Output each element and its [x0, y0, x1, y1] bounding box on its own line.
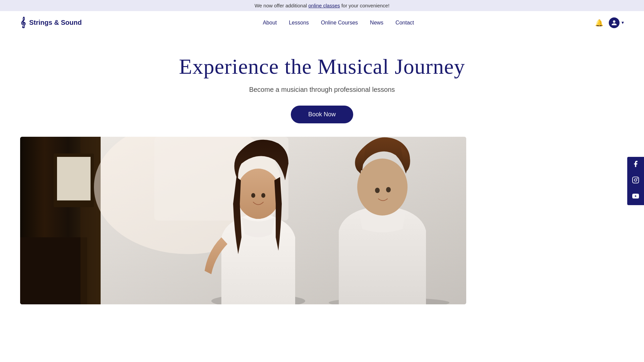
svg-point-20 — [634, 179, 637, 181]
svg-point-11 — [236, 169, 280, 219]
nav-contact[interactable]: Contact — [395, 20, 414, 26]
logo-text: Strings & Sound — [29, 19, 82, 26]
svg-rect-3 — [20, 237, 87, 304]
logo-icon: 𝄞 — [20, 17, 26, 28]
announcement-bar: We now offer additional online classes f… — [0, 0, 644, 11]
instagram-icon[interactable] — [632, 176, 639, 186]
svg-rect-6 — [57, 157, 91, 200]
book-now-button[interactable]: Book Now — [291, 106, 353, 123]
svg-point-18 — [386, 187, 391, 192]
svg-point-12 — [251, 193, 255, 198]
announcement-link[interactable]: online classes — [308, 3, 340, 8]
logo[interactable]: 𝄞 Strings & Sound — [20, 17, 82, 28]
youtube-icon[interactable] — [632, 192, 639, 202]
hero-section: Experience the Musical Journey Become a … — [0, 34, 644, 137]
user-menu-chevron-icon: ▾ — [622, 20, 624, 25]
notification-bell-icon[interactable]: 🔔 — [595, 19, 603, 27]
svg-point-17 — [375, 188, 380, 193]
nav-right: 🔔 ▾ — [595, 17, 624, 28]
facebook-icon[interactable] — [632, 160, 639, 170]
svg-point-16 — [357, 159, 408, 216]
hero-title: Experience the Musical Journey — [7, 54, 637, 79]
nav-lessons[interactable]: Lessons — [289, 20, 309, 26]
header: 𝄞 Strings & Sound About Lessons Online C… — [0, 11, 644, 34]
svg-point-13 — [261, 193, 265, 198]
hero-subtitle: Become a musician through professional l… — [7, 86, 637, 94]
hero-image — [20, 137, 466, 304]
avatar — [609, 17, 620, 28]
nav-about[interactable]: About — [263, 20, 277, 26]
main-nav: About Lessons Online Courses News Contac… — [263, 20, 414, 26]
announcement-text-after: for your convenience! — [340, 3, 390, 8]
nav-news[interactable]: News — [370, 20, 383, 26]
svg-rect-19 — [633, 177, 639, 183]
user-menu[interactable]: ▾ — [609, 17, 624, 28]
announcement-text-before: We now offer additional — [255, 3, 308, 8]
hero-image-svg — [20, 137, 466, 304]
social-sidebar — [627, 157, 644, 205]
svg-point-21 — [637, 178, 638, 179]
nav-online-courses[interactable]: Online Courses — [321, 20, 358, 26]
